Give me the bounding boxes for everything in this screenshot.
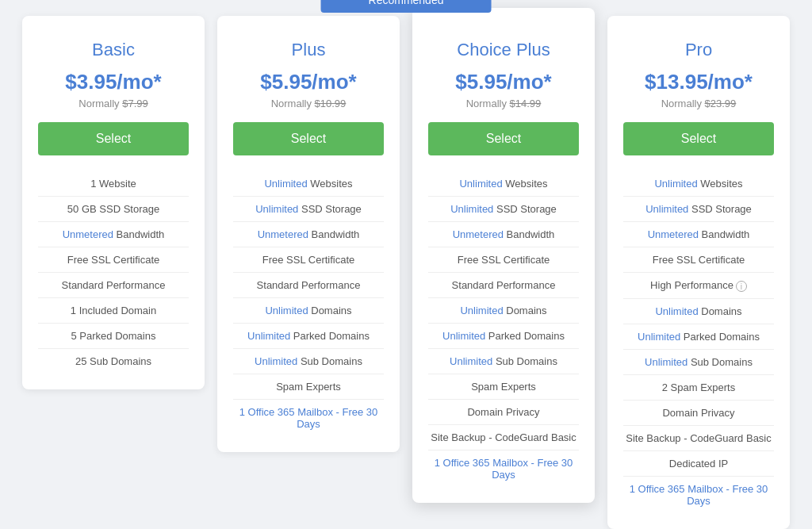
feature-item: Dedicated IP xyxy=(623,450,774,476)
features-list-pro: Unlimited WebsitesUnlimited SSD StorageU… xyxy=(623,171,774,513)
feature-item: Site Backup - CodeGuard Basic xyxy=(428,424,579,450)
feature-item: Unlimited Sub Domains xyxy=(428,348,579,374)
feature-item: Unlimited Domains xyxy=(623,298,774,324)
feature-item: Free SSL Certificate xyxy=(38,247,189,272)
select-button-choice-plus[interactable]: Select xyxy=(428,122,579,155)
select-button-pro[interactable]: Select xyxy=(623,122,774,155)
select-button-plus[interactable]: Select xyxy=(233,122,384,155)
feature-item: 1 Office 365 Mailbox - Free 30 Days xyxy=(623,476,774,513)
plan-card-basic: Basic$3.95/mo*Normally $7.99Select1 Webs… xyxy=(22,16,205,389)
feature-item: 25 Sub Domains xyxy=(38,348,189,374)
plan-price-choice-plus: $5.95/mo* xyxy=(455,70,551,94)
select-button-basic[interactable]: Select xyxy=(38,122,189,155)
feature-item: Free SSL Certificate xyxy=(428,247,579,272)
feature-item: Unlimited Parked Domains xyxy=(233,323,384,348)
plan-normal-price-choice-plus: Normally $14.99 xyxy=(466,98,542,109)
feature-item: Unlimited Websites xyxy=(623,171,774,196)
feature-item: Unmetered Bandwidth xyxy=(623,221,774,247)
plan-name-pro: Pro xyxy=(685,40,712,60)
plan-card-choice-plus: Choice Plus$5.95/mo*Normally $14.99Selec… xyxy=(412,8,595,503)
feature-item: Free SSL Certificate xyxy=(233,247,384,272)
feature-item: Unlimited Parked Domains xyxy=(428,323,579,348)
plan-price-basic: $3.95/mo* xyxy=(65,70,161,94)
feature-item: Unlimited Domains xyxy=(233,297,384,323)
plan-card-pro: Pro$13.95/mo*Normally $23.99SelectUnlimi… xyxy=(607,16,790,529)
feature-item: Unmetered Bandwidth xyxy=(38,221,189,247)
plan-card-plus: Plus$5.95/mo*Normally $10.99SelectUnlimi… xyxy=(217,16,400,452)
plan-name-plus: Plus xyxy=(292,40,326,60)
plan-price-plus: $5.95/mo* xyxy=(260,70,356,94)
recommended-badge: Recommended xyxy=(321,0,492,13)
feature-item: 50 GB SSD Storage xyxy=(38,196,189,221)
feature-item: Standard Performance xyxy=(428,272,579,297)
features-list-choice-plus: Unlimited WebsitesUnlimited SSD StorageU… xyxy=(428,171,579,487)
features-list-plus: Unlimited WebsitesUnlimited SSD StorageU… xyxy=(233,171,384,436)
feature-item: Unlimited SSD Storage xyxy=(428,196,579,221)
plan-name-basic: Basic xyxy=(92,40,135,60)
feature-item: Unlimited Websites xyxy=(233,171,384,196)
feature-item: High Performancei xyxy=(623,272,774,298)
feature-item: Unlimited Websites xyxy=(428,171,579,196)
feature-item: Spam Experts xyxy=(233,374,384,399)
feature-item: Unlimited Sub Domains xyxy=(233,348,384,374)
feature-item: Unlimited SSD Storage xyxy=(623,196,774,221)
feature-item: 1 Office 365 Mailbox - Free 30 Days xyxy=(233,399,384,436)
plan-name-choice-plus: Choice Plus xyxy=(457,40,550,60)
feature-item: Standard Performance xyxy=(233,272,384,297)
feature-item: Spam Experts xyxy=(428,374,579,399)
plan-normal-price-plus: Normally $10.99 xyxy=(271,98,347,109)
feature-item: Unlimited Sub Domains xyxy=(623,349,774,374)
plan-price-pro: $13.95/mo* xyxy=(645,70,753,94)
feature-item: 1 Website xyxy=(38,171,189,196)
feature-item: 1 Office 365 Mailbox - Free 30 Days xyxy=(428,450,579,487)
feature-item: Domain Privacy xyxy=(623,400,774,425)
features-list-basic: 1 Website50 GB SSD StorageUnmetered Band… xyxy=(38,171,189,374)
feature-item: Standard Performance xyxy=(38,272,189,297)
feature-item: 2 Spam Experts xyxy=(623,374,774,400)
feature-item: Unlimited SSD Storage xyxy=(233,196,384,221)
feature-item: Domain Privacy xyxy=(428,399,579,424)
feature-item: Unlimited Domains xyxy=(428,297,579,323)
feature-item: Unmetered Bandwidth xyxy=(233,221,384,247)
plan-normal-price-basic: Normally $7.99 xyxy=(79,98,147,109)
feature-item: 1 Included Domain xyxy=(38,297,189,323)
feature-item: Free SSL Certificate xyxy=(623,247,774,272)
plan-normal-price-pro: Normally $23.99 xyxy=(661,98,737,109)
feature-item: 5 Parked Domains xyxy=(38,323,189,348)
pricing-container: Recommended Basic$3.95/mo*Normally $7.99… xyxy=(16,16,796,529)
feature-item: Site Backup - CodeGuard Basic xyxy=(623,425,774,450)
feature-item: Unlimited Parked Domains xyxy=(623,324,774,349)
feature-item: Unmetered Bandwidth xyxy=(428,221,579,247)
